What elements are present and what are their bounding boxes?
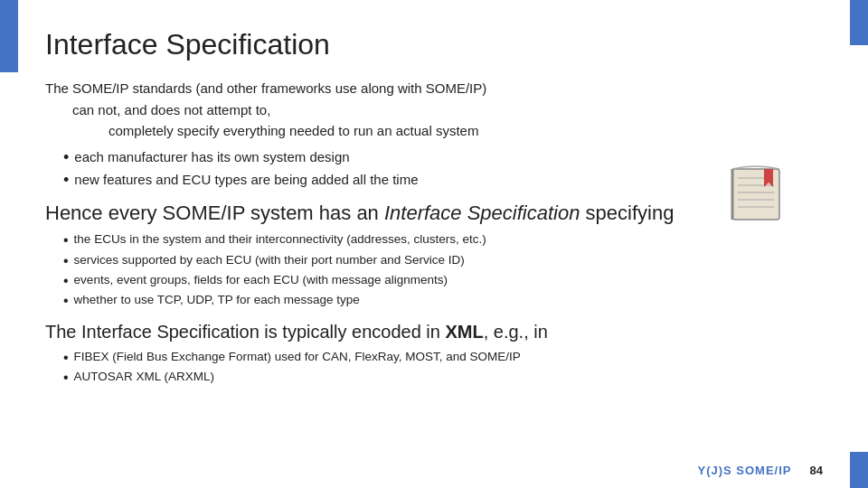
intro-line1: The SOME/IP standards (and other framewo…	[45, 78, 823, 99]
intro-block: The SOME/IP standards (and other framewo…	[45, 78, 823, 141]
bullet-list-1: each manufacturer has its own system des…	[63, 146, 823, 192]
slide: Interface Specification The SOME/IP stan…	[0, 0, 868, 488]
xml-heading: The Interface Specification is typically…	[45, 319, 823, 344]
section-heading: Hence every SOME/IP system has an Interf…	[45, 200, 823, 228]
list-item: AUTOSAR XML (ARXML)	[63, 368, 823, 388]
slide-title: Interface Specification	[45, 27, 823, 61]
list-item: FIBEX (Field Bus Exchange Format) used f…	[63, 348, 823, 368]
list-item: new features and ECU types are being add…	[63, 169, 823, 192]
book-icon	[723, 158, 796, 230]
bullet-list-2: the ECUs in the system and their interco…	[63, 230, 823, 312]
corner-decoration-tr	[850, 0, 868, 45]
corner-decoration-br	[850, 452, 868, 488]
footer-brand: Y(J)S SOME/IP	[698, 464, 792, 477]
list-item: each manufacturer has its own system des…	[63, 146, 823, 169]
footer-page-number: 84	[810, 464, 823, 477]
list-item: whether to use TCP, UDP, TP for each mes…	[63, 291, 823, 311]
intro-line3: completely specify everything needed to …	[108, 120, 823, 141]
bullet-list-3: FIBEX (Field Bus Exchange Format) used f…	[63, 348, 823, 389]
list-item: services supported by each ECU (with the…	[63, 251, 823, 271]
corner-decoration-tl	[0, 0, 18, 72]
list-item: the ECUs in the system and their interco…	[63, 230, 823, 250]
intro-line2: can not, and does not attempt to,	[72, 99, 823, 120]
footer: Y(J)S SOME/IP 84	[698, 464, 824, 477]
list-item: events, event groups, fields for each EC…	[63, 271, 823, 291]
